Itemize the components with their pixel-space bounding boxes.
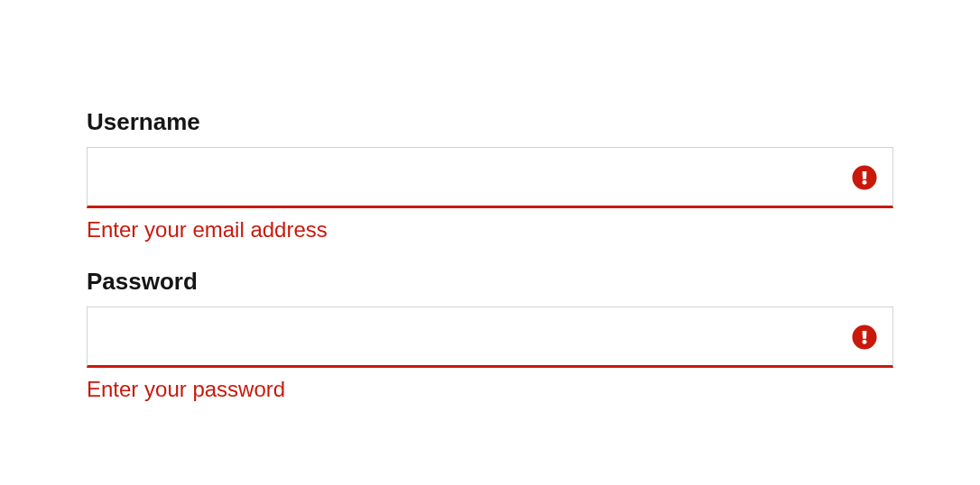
password-input-wrapper <box>87 307 893 368</box>
password-input[interactable] <box>87 307 893 368</box>
error-icon <box>852 325 877 350</box>
username-group: Username Enter your email address <box>87 108 893 242</box>
username-input-wrapper <box>87 147 893 208</box>
password-group: Password Enter your password <box>87 268 893 402</box>
password-error-text: Enter your password <box>87 377 893 402</box>
username-input[interactable] <box>87 147 893 208</box>
error-icon <box>852 165 877 190</box>
username-error-text: Enter your email address <box>87 217 893 242</box>
password-label: Password <box>87 268 893 296</box>
username-label: Username <box>87 108 893 136</box>
